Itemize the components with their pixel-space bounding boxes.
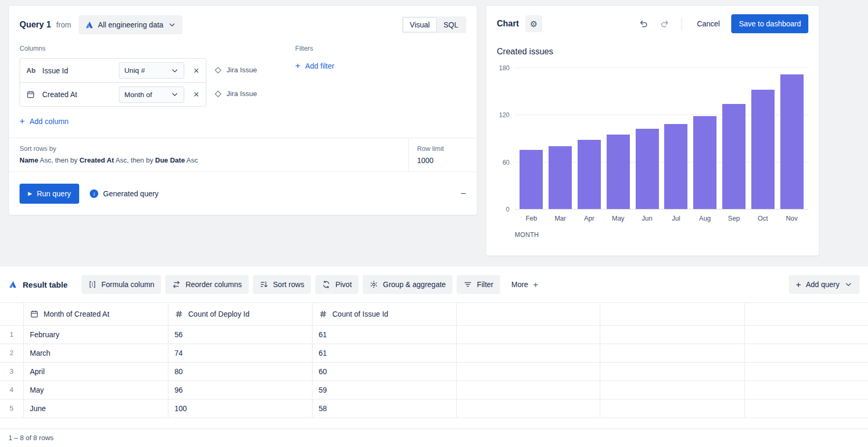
bar-oct[interactable] bbox=[751, 90, 775, 209]
run-query-button[interactable]: ▶ Run query bbox=[20, 184, 79, 204]
tab-sql[interactable]: SQL bbox=[437, 17, 465, 32]
sort-connector: Asc, then by bbox=[114, 156, 155, 164]
row-number: 4 bbox=[0, 381, 23, 399]
group-aggregate-button[interactable]: Group & aggregate bbox=[363, 275, 452, 294]
y-tick-label: 120 bbox=[499, 111, 510, 119]
data-source-dropdown[interactable]: All engineering data bbox=[79, 15, 183, 34]
bar-nov[interactable] bbox=[780, 74, 804, 209]
toolbar-button-label: Reorder columns bbox=[185, 280, 242, 289]
query-panel-header: Query 1 from All engineering data Visual… bbox=[9, 6, 477, 34]
column-source-label: Jira Issue bbox=[227, 66, 257, 74]
filters-section: Filters + Add filter bbox=[295, 45, 334, 128]
data-source-label: All engineering data bbox=[98, 21, 164, 29]
column-header[interactable]: Month of Created At bbox=[23, 303, 168, 325]
table-cell[interactable]: March bbox=[23, 344, 168, 362]
table-cell[interactable]: 61 bbox=[312, 344, 456, 362]
reorder-columns-button[interactable]: Reorder columns bbox=[165, 275, 249, 294]
y-tick-label: 180 bbox=[499, 64, 510, 72]
bar-jul[interactable] bbox=[664, 124, 687, 209]
result-table-title: Result table bbox=[23, 280, 68, 289]
x-tick-label: Mar bbox=[546, 215, 575, 222]
pivot-button[interactable]: Pivot bbox=[315, 275, 358, 294]
empty-column-header bbox=[744, 303, 868, 325]
column-header[interactable]: Count of Deploy Id bbox=[168, 303, 312, 325]
generated-query-toggle[interactable]: i Generated query bbox=[90, 189, 158, 198]
toolbar-button-label: Formula column bbox=[101, 280, 154, 289]
undo-button[interactable] bbox=[636, 16, 651, 31]
toolbar-button-label: Pivot bbox=[335, 280, 352, 289]
bar-slot bbox=[777, 74, 806, 209]
filters-label: Filters bbox=[295, 45, 334, 52]
table-cell[interactable]: 59 bbox=[312, 381, 456, 399]
row-number: 3 bbox=[0, 362, 23, 381]
more-button[interactable]: More+ bbox=[504, 275, 545, 294]
table-cell[interactable]: February bbox=[23, 325, 168, 344]
redo-button[interactable] bbox=[657, 16, 672, 31]
plus-icon: + bbox=[20, 117, 25, 126]
empty-cell bbox=[456, 362, 600, 381]
result-toolbar-buttons: Formula columnReorder columnsSort rowsPi… bbox=[81, 275, 545, 294]
remove-column-button[interactable]: × bbox=[190, 89, 203, 100]
add-column-button[interactable]: + Add column bbox=[20, 115, 69, 128]
table-cell[interactable]: 74 bbox=[168, 344, 312, 362]
toolbar-button-label: Group & aggregate bbox=[383, 280, 446, 289]
column-header[interactable]: Count of Issue Id bbox=[312, 303, 456, 325]
sort-rows-section[interactable]: Sort rows by Name Asc, then by Created A… bbox=[9, 138, 408, 172]
group-aggregate-icon bbox=[370, 280, 378, 289]
aggregation-select[interactable]: Uniq # bbox=[119, 62, 184, 79]
table-row: 2March7461 bbox=[0, 344, 868, 362]
atlassian-logo-icon bbox=[8, 280, 17, 289]
bar-jun[interactable] bbox=[636, 129, 659, 209]
add-query-button[interactable]: + Add query bbox=[789, 275, 860, 294]
reorder-columns-icon bbox=[172, 280, 181, 289]
row-limit-section[interactable]: Row limit 1000 bbox=[408, 138, 477, 172]
columns-section: Columns AbIssue IdUniq #×Created AtMonth… bbox=[20, 45, 295, 128]
column-source-label: Jira Issue bbox=[227, 90, 257, 98]
table-cell[interactable]: 56 bbox=[168, 325, 312, 344]
remove-column-button[interactable]: × bbox=[190, 65, 203, 77]
add-filter-button[interactable]: + Add filter bbox=[295, 59, 334, 72]
row-limit-label: Row limit bbox=[417, 145, 468, 153]
x-tick-label: Aug bbox=[691, 215, 720, 222]
bar-sep[interactable] bbox=[722, 104, 746, 210]
sort-row-limit-bar: Sort rows by Name Asc, then by Created A… bbox=[9, 138, 477, 172]
sort-rows-button[interactable]: Sort rows bbox=[253, 275, 311, 294]
query-column-row: AbIssue IdUniq #× bbox=[20, 59, 206, 82]
formula-column-button[interactable]: Formula column bbox=[81, 275, 161, 294]
empty-cell bbox=[600, 381, 744, 399]
table-cell[interactable]: May bbox=[23, 381, 168, 399]
result-section: Result table Formula columnReorder colum… bbox=[0, 267, 868, 447]
y-tick-label: 0 bbox=[506, 206, 510, 213]
table-cell[interactable]: 80 bbox=[168, 362, 312, 381]
table-cell[interactable]: 61 bbox=[312, 325, 456, 344]
bar-apr[interactable] bbox=[578, 140, 601, 209]
table-cell[interactable]: April bbox=[23, 362, 168, 381]
save-to-dashboard-button[interactable]: Save to dashboard bbox=[731, 14, 808, 33]
result-table-wrap[interactable]: Month of Created AtCount of Deploy IdCou… bbox=[0, 302, 868, 429]
result-table: Month of Created AtCount of Deploy IdCou… bbox=[0, 303, 868, 418]
tab-visual[interactable]: Visual bbox=[403, 17, 437, 32]
table-cell[interactable]: 60 bbox=[312, 362, 456, 381]
row-number: 2 bbox=[0, 344, 23, 362]
chart-panel: Chart ⚙ Cancel Save to dashboard Created… bbox=[486, 5, 819, 256]
x-tick-label: Sep bbox=[720, 215, 749, 222]
plus-icon: + bbox=[533, 280, 538, 289]
table-cell[interactable]: 100 bbox=[168, 399, 312, 417]
filter-button[interactable]: Filter bbox=[457, 275, 500, 294]
x-tick-label: Apr bbox=[575, 215, 604, 222]
bar-may[interactable] bbox=[607, 135, 630, 209]
collapse-panel-button[interactable]: − bbox=[460, 188, 466, 199]
bar-feb[interactable] bbox=[520, 150, 543, 209]
table-cell[interactable]: June bbox=[23, 399, 168, 417]
chart-settings-button[interactable]: ⚙ bbox=[525, 15, 542, 32]
bar-aug[interactable] bbox=[693, 116, 716, 209]
cancel-button[interactable]: Cancel bbox=[692, 16, 725, 31]
chart-title: Created issues bbox=[497, 47, 808, 56]
table-cell[interactable]: 58 bbox=[312, 399, 456, 417]
hash-icon bbox=[319, 310, 327, 318]
aggregation-select[interactable]: Month of bbox=[119, 87, 184, 103]
bar-mar[interactable] bbox=[549, 146, 572, 209]
chart-panel-header: Chart ⚙ Cancel Save to dashboard bbox=[497, 14, 808, 33]
empty-cell bbox=[744, 344, 868, 362]
table-cell[interactable]: 96 bbox=[168, 381, 312, 399]
